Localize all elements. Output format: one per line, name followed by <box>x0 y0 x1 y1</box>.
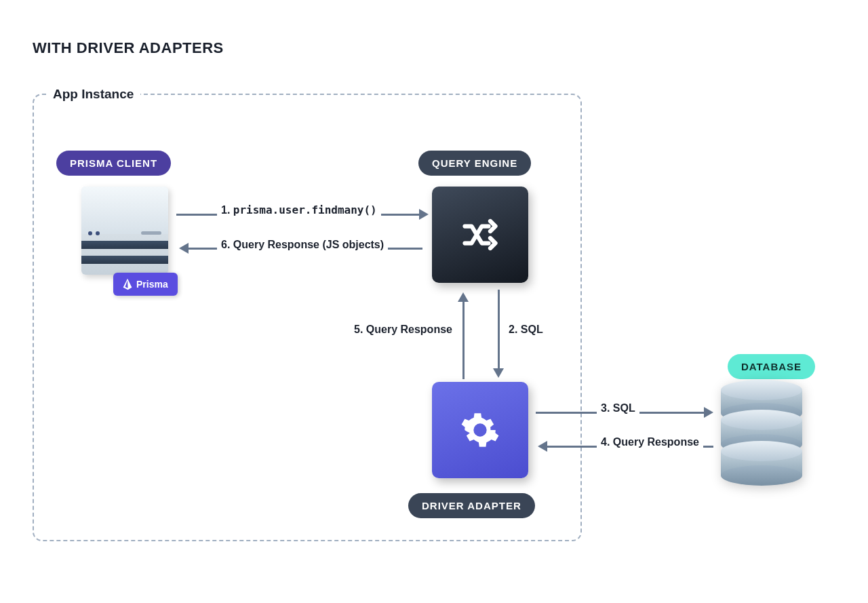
prisma-badge-label: Prisma <box>136 279 168 290</box>
flow-6-label: 6. Query Response (JS objects) <box>217 239 388 251</box>
server-icon <box>81 187 168 275</box>
prisma-client-pill: PRISMA CLIENT <box>56 151 171 176</box>
query-engine-box <box>432 187 528 283</box>
query-engine-pill: QUERY ENGINE <box>418 151 531 176</box>
arrow-head-flow-5 <box>458 292 469 302</box>
flow-1-label: 1. prisma.user.findmany() <box>217 203 381 216</box>
flow-2-label: 2. SQL <box>509 324 543 336</box>
flow-5-label: 5. Query Response <box>354 324 452 336</box>
driver-adapter-box <box>432 382 528 478</box>
arrow-head-flow-3 <box>704 407 713 418</box>
database-icon <box>721 390 802 475</box>
driver-adapter-pill: DRIVER ADAPTER <box>408 493 535 518</box>
arrow-head-flow-4 <box>538 441 547 452</box>
arrow-head-flow-2 <box>493 368 504 378</box>
flow-3-label: 3. SQL <box>597 402 639 414</box>
database-pill: DATABASE <box>728 354 815 379</box>
arrow-flow-2 <box>498 290 500 370</box>
arrow-flow-5 <box>462 301 465 379</box>
gear-icon <box>460 410 500 450</box>
flow-4-label: 4. Query Response <box>597 436 703 448</box>
prisma-logo-icon <box>123 278 132 290</box>
app-instance-label: App Instance <box>46 87 140 102</box>
prisma-badge: Prisma <box>113 273 178 296</box>
arrow-head-flow-6 <box>179 243 189 254</box>
diagram-title: WITH DRIVER ADAPTERS <box>33 39 224 57</box>
arrow-head-flow-1 <box>419 209 429 220</box>
shuffle-icon <box>460 214 500 255</box>
